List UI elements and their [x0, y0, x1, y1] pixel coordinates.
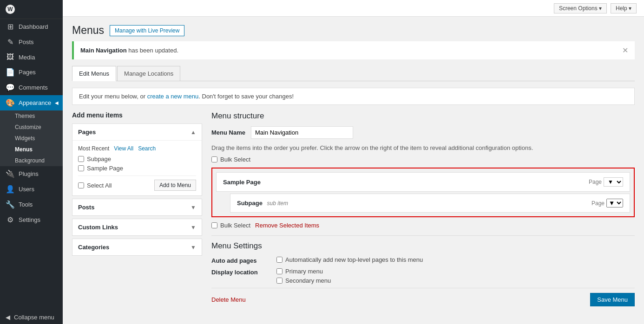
menu-item-sample-page[interactable]: Sample Page Page ▼: [216, 172, 630, 192]
sidebar-item-label: Appearance: [19, 99, 51, 106]
page-title-row: Menus Manage with Live Preview: [72, 24, 635, 37]
select-all-label: Select All: [78, 182, 112, 189]
help-button[interactable]: Help ▾: [611, 3, 637, 13]
delete-save-row: Delete Menu Save Menu: [211, 288, 635, 306]
tab-manage-locations[interactable]: Manage Locations: [117, 66, 180, 81]
notice-strong: Main Navigation: [80, 47, 127, 54]
posts-accordion-header[interactable]: Posts ▼: [72, 199, 202, 215]
menu-settings: Menu Settings Auto add pages Automatical…: [211, 235, 635, 306]
page-title: Menus: [72, 24, 104, 37]
sidebar-item-label: Dashboard: [19, 23, 48, 30]
auto-add-pages-label: Auto add pages: [211, 256, 267, 264]
sidebar-item-label: Users: [19, 186, 34, 193]
secondary-menu-checkbox[interactable]: [276, 278, 283, 284]
pages-item-subpage: Subpage: [78, 156, 196, 162]
bulk-select-bottom-label: Bulk Select: [211, 222, 250, 229]
sidebar-item-comments[interactable]: 💬 Comments: [0, 80, 63, 95]
posts-chevron: ▼: [191, 204, 196, 211]
pages-checkbox-sample[interactable]: [78, 165, 84, 171]
sidebar-sub-background[interactable]: Background: [0, 155, 63, 166]
bulk-select-top-label: Bulk Select: [211, 156, 250, 163]
auto-add-pages-row: Auto add pages Automatically add new top…: [211, 256, 635, 264]
sidebar-item-appearance[interactable]: 🎨 Appearance ◀: [0, 95, 63, 110]
categories-chevron: ▼: [191, 244, 196, 251]
collapse-icon: ◀: [6, 314, 10, 321]
menu-structure-title: Menu structure: [211, 111, 635, 121]
save-menu-button[interactable]: Save Menu: [590, 293, 635, 306]
menu-item-sample-page-dropdown[interactable]: ▼: [604, 177, 623, 187]
delete-menu-link[interactable]: Delete Menu: [211, 296, 246, 303]
notice-close-button[interactable]: ✕: [622, 46, 628, 55]
pages-checkbox-subpage[interactable]: [78, 156, 84, 162]
pages-label-sample: Sample Page: [87, 165, 123, 172]
sidebar-sub-themes[interactable]: Themes: [0, 110, 63, 122]
sidebar-sub-menus[interactable]: Menus: [0, 144, 63, 155]
screen-options-button[interactable]: Screen Options ▾: [554, 3, 607, 13]
bulk-select-top: Bulk Select: [211, 156, 635, 163]
filter-view-all[interactable]: View All: [114, 145, 133, 152]
filter-most-recent[interactable]: Most Recent: [78, 145, 109, 152]
pages-item-sample: Sample Page: [78, 165, 196, 172]
custom-links-chevron: ▼: [191, 224, 196, 231]
custom-links-accordion-header[interactable]: Custom Links ▼: [72, 219, 202, 235]
sidebar-item-label: Tools: [19, 201, 33, 208]
info-bar: Edit your menu below, or create a new me…: [72, 88, 635, 105]
live-preview-button[interactable]: Manage with Live Preview: [110, 25, 184, 36]
sidebar-item-pages[interactable]: 📄 Pages: [0, 65, 63, 80]
auto-add-pages-checkbox[interactable]: [276, 257, 283, 263]
appearance-arrow: ◀: [55, 100, 59, 105]
categories-accordion: Categories ▼: [72, 239, 202, 256]
select-all-checkbox[interactable]: [78, 182, 84, 188]
collapse-menu[interactable]: ◀ Collapse menu: [0, 311, 63, 324]
primary-menu-text: Primary menu: [285, 268, 323, 275]
appearance-submenu: Themes Customize Widgets Menus Backgroun…: [0, 110, 63, 166]
sidebar-item-dashboard[interactable]: ⊞ Dashboard: [0, 19, 63, 34]
remove-selected-link[interactable]: Remove Selected Items: [255, 222, 319, 229]
menu-name-input[interactable]: [251, 126, 353, 139]
menu-item-subpage[interactable]: Subpage sub item Page ▼: [230, 194, 630, 213]
notice-rest: has been updated.: [127, 47, 178, 54]
sidebar-logo: W: [0, 0, 63, 19]
settings-icon: ⚙: [6, 215, 15, 224]
sidebar: W ⊞ Dashboard ✎ Posts 🖼 Media 📄 Pages 💬 …: [0, 0, 63, 324]
tab-edit-menus[interactable]: Edit Menus: [72, 66, 116, 81]
sidebar-sub-customize[interactable]: Customize: [0, 122, 63, 133]
bulk-select-top-checkbox[interactable]: [211, 156, 217, 162]
sidebar-item-posts[interactable]: ✎ Posts: [0, 34, 63, 50]
media-icon: 🖼: [6, 53, 15, 61]
categories-accordion-header[interactable]: Categories ▼: [72, 239, 202, 255]
custom-links-accordion: Custom Links ▼: [72, 219, 202, 236]
appearance-icon: 🎨: [6, 98, 15, 107]
bulk-select-bottom: Bulk Select Remove Selected Items: [211, 222, 635, 229]
sidebar-item-settings[interactable]: ⚙ Settings: [0, 212, 63, 227]
primary-menu-checkbox[interactable]: [276, 268, 283, 274]
filter-search[interactable]: Search: [138, 145, 156, 152]
primary-menu-option: Primary menu: [276, 268, 331, 275]
update-notice: Main Navigation has been updated. ✕: [72, 41, 635, 59]
menu-name-label: Menu Name: [211, 129, 245, 136]
display-location-label: Display location: [211, 268, 267, 276]
menu-items-container: Sample Page Page ▼ Subpage sub item: [211, 168, 635, 217]
bulk-select-bottom-checkbox[interactable]: [211, 222, 217, 228]
right-panel: Menu structure Menu Name Drag the items …: [211, 111, 635, 306]
pages-accordion-label: Pages: [78, 129, 96, 136]
left-panel: Add menu items Pages ▲ Most Recent View …: [72, 111, 202, 306]
add-menu-items-title: Add menu items: [72, 111, 202, 119]
sidebar-item-media[interactable]: 🖼 Media: [0, 50, 63, 65]
sidebar-item-label: Pages: [19, 69, 36, 76]
pages-accordion-header[interactable]: Pages ▲: [72, 124, 202, 140]
wp-logo: W: [6, 5, 15, 14]
auto-add-pages-option: Automatically add new top-level pages to…: [276, 256, 423, 263]
sidebar-item-tools[interactable]: 🔧 Tools: [0, 197, 63, 212]
add-to-menu-button[interactable]: Add to Menu: [154, 180, 196, 191]
sidebar-item-users[interactable]: 👤 Users: [0, 181, 63, 197]
menu-item-sample-page-title: Sample Page: [223, 179, 261, 186]
secondary-menu-text: Secondary menu: [285, 277, 331, 284]
sidebar-item-label: Comments: [19, 84, 48, 91]
tools-icon: 🔧: [6, 200, 15, 209]
sidebar-item-plugins[interactable]: 🔌 Plugins: [0, 166, 63, 181]
content-area: Menus Manage with Live Preview Main Navi…: [63, 17, 644, 324]
menu-item-subpage-dropdown[interactable]: ▼: [606, 199, 623, 207]
create-new-menu-link[interactable]: create a new menu: [147, 93, 199, 100]
sidebar-sub-widgets[interactable]: Widgets: [0, 133, 63, 144]
